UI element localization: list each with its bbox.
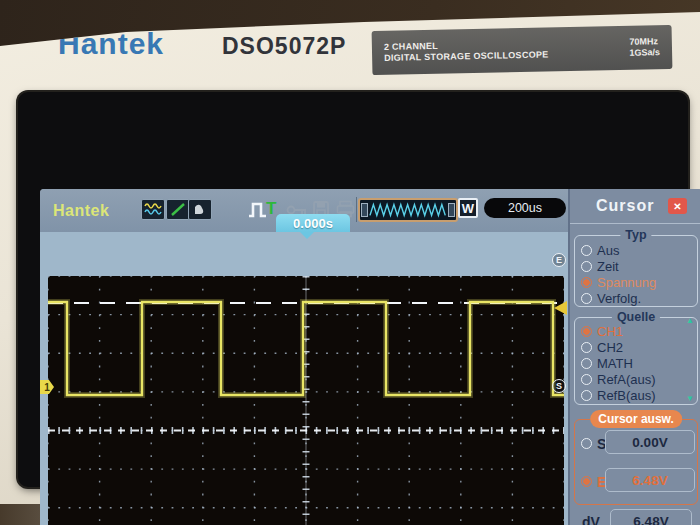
record-view-indicator [358,198,458,222]
cursor-select-button[interactable]: Cursor ausw. [590,410,682,428]
timebase-readout: 200us [484,198,566,218]
record-waveform-icon [369,202,447,218]
cursor-s-value[interactable]: 0.00V [605,430,695,454]
menu-option-refa[interactable]: RefA(aus) [581,372,656,387]
badge-samplerate: 1GSa/s [629,47,660,59]
cursor-e-marker[interactable]: E [552,253,566,267]
menu-option-ch2[interactable]: CH2 [581,340,623,355]
menu-option-aus[interactable]: Aus [581,243,619,258]
radio-math [581,358,592,369]
scroll-up-icon[interactable]: ▲ [686,316,694,325]
menu-option-verfolg[interactable]: Verfolg. [581,291,641,306]
screen-logo: Hantek [53,202,109,220]
radio-refa [581,374,592,385]
cursor-s-marker[interactable]: S [552,379,566,393]
graticule [48,276,564,525]
oscilloscope-body: Hantek DSO5072P 2 CHANNEL DIGITAL STORAG… [0,0,700,525]
record-window-right-handle[interactable] [448,203,455,217]
graticule-margin [40,232,568,525]
trigger-position-tab[interactable]: 0.000s [276,214,350,232]
window-mode-indicator: W [458,198,478,218]
quelle-group: Quelle CH1 CH2 MATH RefA(aus) [574,317,698,405]
radio-zeit [581,261,592,272]
menu-title: Cursor [596,197,654,215]
trigger-status-indicator: T [266,199,276,219]
lcd-display: Hantek T [40,189,700,525]
delta-v-value: 6.48V [610,509,692,525]
menu-option-ch1[interactable]: CH1 [581,324,623,339]
badge-type: DIGITAL STORAGE OSCILLOSCOPE [384,49,549,63]
delta-v-label: dV [582,514,600,525]
radio-cursor-s [581,438,592,449]
radio-ch1 [581,326,592,337]
record-window-left-handle[interactable] [361,203,368,217]
radio-cursor-e [581,476,592,487]
slope-icon [166,199,190,220]
typ-group: Typ Aus Zeit Spannung Verfolg. [574,235,698,307]
waveform-display-icon [141,199,165,220]
cursor-s-option[interactable]: S [581,436,606,451]
badge-bandwidth: 70MHz [629,36,660,48]
trigger-position-pointer [300,232,314,239]
trigger-level-arrow[interactable] [554,301,567,315]
radio-verfolg [581,293,592,304]
cursor-menu-panel: Cursor ✕ Typ Aus Zeit Spannung [568,189,700,525]
bezel-spec-badge: 2 CHANNEL DIGITAL STORAGE OSCILLOSCOPE 7… [372,25,673,75]
menu-option-spannung[interactable]: Spannung [581,275,656,290]
cursor-e-value[interactable]: 6.48V [605,468,695,492]
radio-aus [581,245,592,256]
menu-option-refb[interactable]: RefB(aus) [581,388,656,403]
bezel-brand-logo: Hantek [58,27,164,61]
pulse-trigger-icon [248,202,268,218]
acquire-mode-icon [188,199,212,220]
close-icon[interactable]: ✕ [668,198,687,214]
record-waveform-zigzag [370,205,445,216]
cursor-select-group: Cursor ausw. S 0.00V E 6.48V [574,419,698,505]
radio-refb [581,390,592,401]
radio-ch2 [581,342,592,353]
menu-option-math[interactable]: MATH [581,356,633,371]
cursor-e-option[interactable]: E [581,474,606,489]
scroll-down-icon[interactable]: ▼ [686,394,694,403]
typ-group-label: Typ [620,228,651,242]
menu-option-zeit[interactable]: Zeit [581,259,619,274]
quelle-group-label: Quelle [612,310,660,324]
topbar-divider [356,197,357,222]
radio-spannung [581,277,592,288]
lcd-screen-frame: Hantek T [18,92,688,487]
bezel-model-number: DSO5072P [222,33,346,60]
